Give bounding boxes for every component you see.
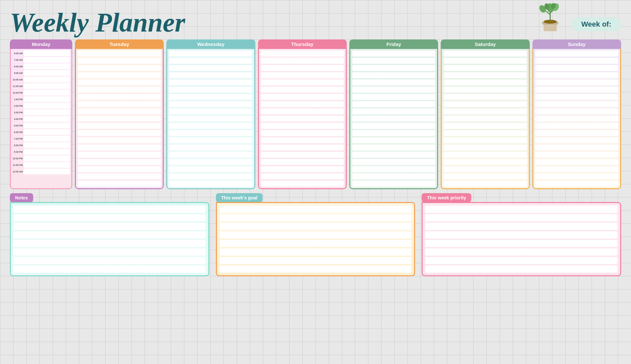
- time-entry-field[interactable]: [78, 116, 161, 122]
- time-entry-field[interactable]: [535, 116, 618, 122]
- entry-line[interactable]: [220, 257, 412, 264]
- time-entry-field[interactable]: [169, 87, 252, 93]
- time-entry-field[interactable]: [78, 87, 161, 93]
- time-entry-field[interactable]: [261, 123, 344, 129]
- time-entry-field[interactable]: [352, 108, 435, 114]
- time-row[interactable]: 6:00 AM: [12, 50, 70, 56]
- time-entry-field[interactable]: [169, 159, 252, 165]
- time-entry-field[interactable]: [169, 94, 252, 100]
- time-entry-field[interactable]: [352, 173, 435, 179]
- time-entry-field[interactable]: [261, 166, 344, 172]
- time-entry-field[interactable]: [444, 80, 526, 85]
- time-row[interactable]: 9:00 PM: [12, 149, 70, 155]
- time-entry-field[interactable]: [78, 130, 161, 136]
- entry-line[interactable]: [220, 223, 412, 230]
- time-entry-field[interactable]: [535, 94, 618, 100]
- entry-line[interactable]: [220, 206, 412, 213]
- time-entry-field[interactable]: [78, 181, 161, 187]
- time-entry-field[interactable]: [352, 72, 435, 78]
- time-entry-field[interactable]: [261, 116, 344, 122]
- time-entry-field[interactable]: [352, 145, 435, 150]
- time-entry-field[interactable]: [78, 80, 161, 85]
- entry-line[interactable]: [220, 214, 412, 221]
- time-entry-field[interactable]: [535, 65, 618, 71]
- time-entry-field[interactable]: [535, 58, 618, 64]
- time-entry-field[interactable]: [78, 173, 161, 179]
- time-entry-field[interactable]: [24, 129, 70, 135]
- time-entry-field[interactable]: [261, 65, 344, 71]
- time-row[interactable]: 4:00 PM: [12, 116, 70, 122]
- time-entry-field[interactable]: [169, 58, 252, 64]
- time-entry-field[interactable]: [444, 94, 526, 100]
- time-entry-field[interactable]: [352, 116, 435, 122]
- time-entry-field[interactable]: [24, 50, 70, 56]
- time-entry-field[interactable]: [444, 123, 526, 129]
- time-entry-field[interactable]: [261, 145, 344, 150]
- time-entry-field[interactable]: [169, 173, 252, 179]
- time-entry-field[interactable]: [352, 101, 435, 107]
- time-row[interactable]: 6:00 PM: [12, 129, 70, 135]
- time-entry-field[interactable]: [169, 130, 252, 136]
- time-entry-field[interactable]: [444, 116, 526, 122]
- time-entry-field[interactable]: [24, 83, 70, 89]
- time-entry-field[interactable]: [78, 123, 161, 129]
- time-entry-field[interactable]: [444, 181, 526, 187]
- entry-line[interactable]: [425, 214, 618, 221]
- time-entry-field[interactable]: [24, 90, 70, 96]
- time-entry-field[interactable]: [261, 58, 344, 64]
- time-entry-field[interactable]: [78, 65, 161, 71]
- time-entry-field[interactable]: [24, 123, 70, 128]
- entry-line[interactable]: [425, 248, 618, 256]
- time-entry-field[interactable]: [352, 152, 435, 158]
- notes-body[interactable]: [10, 202, 209, 276]
- time-entry-field[interactable]: [24, 77, 70, 82]
- entry-line[interactable]: [13, 206, 206, 213]
- time-entry-field[interactable]: [169, 80, 252, 85]
- time-entry-field[interactable]: [444, 51, 526, 57]
- time-entry-field[interactable]: [261, 137, 344, 143]
- entry-line[interactable]: [220, 265, 412, 273]
- time-row[interactable]: 12:00 AM: [12, 169, 70, 174]
- time-entry-field[interactable]: [535, 123, 618, 129]
- time-entry-field[interactable]: [78, 159, 161, 165]
- time-entry-field[interactable]: [444, 166, 526, 172]
- time-entry-field[interactable]: [169, 123, 252, 129]
- time-entry-field[interactable]: [24, 70, 70, 76]
- time-entry-field[interactable]: [261, 72, 344, 78]
- time-row[interactable]: 5:00 PM: [12, 123, 70, 128]
- time-entry-field[interactable]: [78, 166, 161, 172]
- time-entry-field[interactable]: [261, 51, 344, 57]
- time-entry-field[interactable]: [352, 94, 435, 100]
- week-of-label[interactable]: Week of:: [572, 17, 621, 31]
- time-entry-field[interactable]: [444, 65, 526, 71]
- time-row[interactable]: 2:00 PM: [12, 103, 70, 109]
- time-row[interactable]: 7:00 AM: [12, 57, 70, 63]
- time-entry-field[interactable]: [261, 108, 344, 114]
- time-entry-field[interactable]: [352, 123, 435, 129]
- time-entry-field[interactable]: [535, 173, 618, 179]
- time-entry-field[interactable]: [535, 137, 618, 143]
- time-entry-field[interactable]: [24, 96, 70, 102]
- time-row[interactable]: 11:00 PM: [12, 162, 70, 168]
- time-entry-field[interactable]: [24, 169, 70, 174]
- time-entry-field[interactable]: [24, 149, 70, 155]
- time-entry-field[interactable]: [535, 51, 618, 57]
- entry-line[interactable]: [13, 231, 206, 239]
- time-entry-field[interactable]: [352, 130, 435, 136]
- entry-line[interactable]: [13, 223, 206, 230]
- time-entry-field[interactable]: [535, 145, 618, 150]
- time-entry-field[interactable]: [535, 72, 618, 78]
- time-entry-field[interactable]: [352, 80, 435, 85]
- time-entry-field[interactable]: [535, 181, 618, 187]
- time-row[interactable]: 10:00 PM: [12, 155, 70, 161]
- time-entry-field[interactable]: [78, 94, 161, 100]
- time-entry-field[interactable]: [24, 103, 70, 109]
- time-entry-field[interactable]: [444, 58, 526, 64]
- goal-body[interactable]: [216, 202, 415, 276]
- entry-line[interactable]: [425, 265, 618, 273]
- time-entry-field[interactable]: [444, 159, 526, 165]
- time-entry-field[interactable]: [444, 137, 526, 143]
- time-entry-field[interactable]: [24, 63, 70, 69]
- time-entry-field[interactable]: [444, 72, 526, 78]
- time-entry-field[interactable]: [169, 145, 252, 150]
